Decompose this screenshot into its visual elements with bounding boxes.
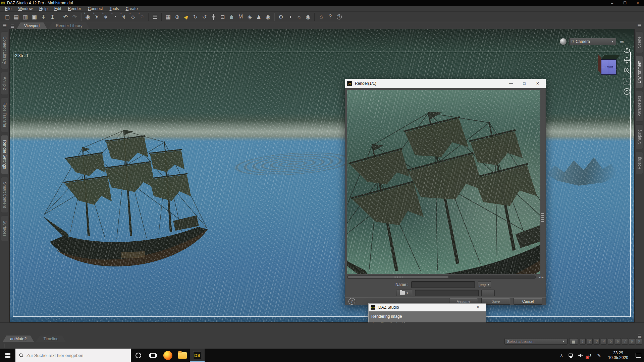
help-icon[interactable]: ? [335, 12, 344, 21]
file-explorer-button[interactable] [175, 349, 190, 362]
browse-dots-button[interactable]: ... [481, 290, 495, 296]
l-tab-content-library[interactable]: Content Library [1, 32, 8, 69]
render-window[interactable]: DS Render(1/1) — □ ✕ [345, 79, 546, 305]
render-maximize-button[interactable]: □ [518, 79, 531, 88]
tab-animate2[interactable]: aniMate2 [3, 336, 34, 342]
left-pane-menu-icon[interactable]: ☰ [2, 23, 8, 28]
menu-window[interactable]: Window [15, 6, 36, 11]
menu-help[interactable]: Help [36, 6, 51, 11]
r-tab-parameters[interactable]: Parameters [636, 91, 643, 122]
new-point-light-icon[interactable]: ∗+ [101, 12, 110, 21]
progress-titlebar[interactable]: DS DAZ Studio ✕ [369, 304, 486, 311]
view-cube-top[interactable] [601, 55, 620, 59]
joint-editor-tool-icon[interactable]: ⋔ [227, 12, 236, 21]
vertical-scroll-ticks[interactable] [541, 213, 544, 222]
taskbar-clock[interactable]: 23:29 10.05.2020 [606, 351, 631, 360]
active-pose-tool-icon[interactable]: ↺ [200, 12, 209, 21]
pose-number-9[interactable]: 9 [636, 338, 642, 345]
pose-number-6[interactable]: 6 [615, 338, 621, 345]
daz-studio-taskbar-button[interactable]: DS [190, 349, 205, 362]
image-pager-control[interactable]: ◄▮► [537, 276, 545, 279]
pager-next-icon[interactable]: ► [542, 276, 544, 278]
cancel-button[interactable]: Cancel [514, 298, 542, 305]
window-close-button[interactable]: ✕ [631, 0, 644, 6]
tab-viewport[interactable]: Viewport [17, 22, 47, 29]
render-settings-icon[interactable]: ☼ [294, 12, 304, 21]
scale-tool-icon[interactable]: ⊡ [218, 12, 227, 21]
draw-style-icon[interactable] [560, 38, 567, 45]
figure-selection-icon[interactable]: ♟ [254, 12, 263, 21]
format-dropdown[interactable]: .png ▼ [478, 281, 491, 288]
new-distant-light-icon[interactable]: ◔+ [110, 12, 119, 21]
daz-home-icon[interactable]: ⌂ [317, 12, 326, 21]
r-tab-shaping[interactable]: Shaping [636, 124, 643, 149]
pose-number-2[interactable]: 2 [587, 338, 593, 345]
cortana-button[interactable] [131, 349, 146, 362]
pager-handle[interactable]: ▮ [540, 276, 541, 278]
new-linear-light-icon[interactable]: ↯+ [119, 12, 128, 21]
lesson-select[interactable]: Select a Lesson... ▼ [504, 338, 568, 345]
reset-view-icon[interactable] [623, 87, 631, 96]
new-spotlight-icon[interactable]: ☀+ [92, 12, 101, 21]
scrollbar-thumb[interactable] [348, 276, 448, 278]
frame-icon[interactable] [623, 77, 631, 85]
rotate-cursor-tool-icon[interactable]: ↻ [191, 12, 200, 21]
camera-selection-icon[interactable]: ◉ [263, 12, 272, 21]
pane-menu-icon[interactable]: ☰ [9, 24, 15, 29]
translate-tool-icon[interactable]: ╋ [209, 12, 218, 21]
l-tab-smart-content[interactable]: Smart Content [1, 177, 8, 213]
pose-number-3[interactable]: 3 [594, 338, 600, 345]
redo-icon[interactable]: ↷ [70, 12, 79, 21]
tab-timeline[interactable]: Timeline [36, 336, 66, 342]
new-file-icon[interactable]: ▢ [3, 12, 12, 21]
pose-number-1[interactable]: 1 [580, 338, 586, 345]
menu-tools[interactable]: Tools [107, 6, 122, 11]
start-button[interactable] [0, 349, 15, 362]
network-icon[interactable] [566, 349, 576, 362]
r-tab-scene[interactable]: Scene [636, 32, 643, 53]
viewport-pane-menu-icon[interactable]: ☰ [619, 39, 625, 44]
geometry-editor-tool-icon[interactable]: M [236, 12, 245, 21]
whats-this-icon[interactable]: ? [326, 12, 335, 21]
pager-prev-icon[interactable]: ◄ [538, 276, 540, 278]
view-cube-side[interactable] [598, 54, 601, 74]
firefox-taskbar-button[interactable] [160, 349, 175, 362]
tab-render-library[interactable]: Render Library [48, 22, 90, 29]
render-name-input[interactable] [411, 281, 475, 288]
l-tab-render-settings[interactable]: Render Settings [1, 135, 8, 174]
menu-file[interactable]: File [2, 6, 14, 11]
menu-render[interactable]: Render [65, 6, 84, 11]
window-minimize-button[interactable]: – [606, 0, 619, 6]
new-primitive-icon[interactable]: ◇+ [128, 12, 138, 21]
pan-icon[interactable] [623, 56, 631, 64]
view-cube-front[interactable]: Front [601, 59, 616, 75]
import-icon[interactable]: ↧ [39, 12, 48, 21]
pose-number-7[interactable]: 7 [622, 338, 628, 345]
scene-list-icon[interactable]: ☰ [151, 12, 160, 21]
pose-number-4[interactable]: 4 [601, 338, 607, 345]
save-icon[interactable]: ▣ [30, 12, 39, 21]
simulation-settings-icon[interactable]: ◑ [285, 12, 294, 21]
window-maximize-button[interactable]: ❐ [619, 0, 631, 6]
orbit-icon[interactable] [623, 46, 631, 54]
view-cube[interactable]: Front [597, 55, 618, 76]
progress-close-button[interactable]: ✕ [471, 303, 485, 312]
l-tab-anilip-2[interactable]: Anilip 2 [1, 72, 8, 95]
undo-icon[interactable]: ↶ [61, 12, 70, 21]
r-tab-posing[interactable]: Posing [636, 152, 643, 174]
pose-number-8[interactable]: 8 [629, 338, 635, 345]
l-tab-face-transfer[interactable]: Face Transfer [1, 98, 8, 132]
render-path-input[interactable] [415, 290, 479, 296]
volume-icon[interactable] [576, 349, 585, 362]
render-window-titlebar[interactable]: DS Render(1/1) — □ ✕ [345, 79, 546, 88]
zoom-icon[interactable] [623, 67, 631, 75]
menu-create[interactable]: Create [123, 6, 141, 11]
camera-selector[interactable]: ⌑ Camera ▼ [569, 38, 616, 45]
render-close-button[interactable]: ✕ [531, 79, 544, 88]
menu-connect[interactable]: Connect [85, 6, 106, 11]
taskbar-search[interactable] [15, 349, 131, 362]
r-tab-environment[interactable]: Environment [636, 56, 643, 88]
pen-tray-icon[interactable]: ✎ [594, 349, 604, 362]
updates-tray-icon[interactable]: ⇄ 2 [585, 349, 594, 362]
horizontal-scrollbar[interactable] [347, 276, 536, 279]
